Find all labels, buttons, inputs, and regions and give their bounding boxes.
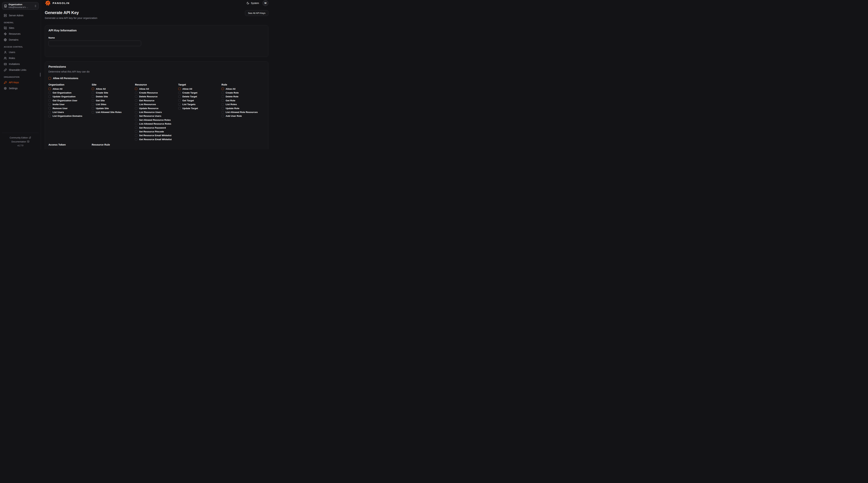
checkbox[interactable] — [135, 99, 137, 102]
checkbox-label[interactable]: List Resources — [139, 103, 156, 106]
checkbox-label[interactable]: Get Resource — [139, 99, 154, 102]
checkbox[interactable] — [178, 99, 181, 102]
checkbox[interactable] — [135, 134, 137, 137]
checkbox[interactable] — [221, 115, 224, 117]
checkbox[interactable] — [135, 138, 137, 140]
checkbox[interactable] — [49, 115, 51, 117]
sidebar-scrollbar-thumb[interactable] — [40, 73, 41, 77]
checkbox[interactable] — [92, 107, 94, 109]
checkbox[interactable] — [221, 107, 224, 109]
checkbox-label[interactable]: Update Role — [226, 107, 239, 110]
checkbox[interactable] — [49, 111, 51, 114]
checkbox-label[interactable]: Get Site — [96, 99, 105, 102]
sidebar-item-roles[interactable]: Roles — [2, 55, 39, 61]
checkbox[interactable] — [92, 92, 94, 94]
sidebar-item-shareable-links[interactable]: Shareable Links — [2, 67, 39, 73]
checkbox-label[interactable]: List Targets — [182, 103, 196, 106]
sidebar-item-users[interactable]: Users — [2, 49, 39, 55]
checkbox[interactable] — [135, 107, 137, 109]
checkbox-label[interactable]: Add User Role — [226, 115, 242, 117]
checkbox-label[interactable]: Get Role — [226, 99, 236, 102]
checkbox-label[interactable]: List Roles — [226, 103, 237, 106]
checkbox[interactable] — [92, 88, 94, 90]
checkbox-label[interactable]: Delete Role — [226, 95, 239, 98]
checkbox-label[interactable]: List Allowed Resource Roles — [139, 123, 171, 125]
checkbox-label[interactable]: Create Site — [96, 91, 108, 94]
checkbox[interactable] — [135, 115, 137, 117]
checkbox[interactable] — [221, 88, 224, 90]
checkbox-label[interactable]: List Organization Domains — [53, 115, 82, 117]
checkbox-label[interactable]: Allow All — [96, 88, 106, 90]
theme-toggle[interactable]: System — [247, 2, 259, 4]
checkbox[interactable] — [135, 123, 137, 125]
checkbox-label[interactable]: Delete Resource — [139, 95, 157, 98]
checkbox-label[interactable]: List Allowed Site Roles — [96, 111, 122, 114]
checkbox[interactable] — [49, 92, 51, 94]
checkbox-label[interactable]: Allow All — [53, 88, 62, 90]
checkbox[interactable] — [135, 95, 137, 98]
sidebar-item-resources[interactable]: Resources — [2, 31, 39, 37]
checkbox[interactable] — [221, 95, 224, 98]
sidebar-item-settings[interactable]: Settings — [2, 85, 39, 91]
checkbox-label[interactable]: Get Target — [182, 99, 194, 102]
checkbox[interactable] — [49, 99, 51, 102]
checkbox-label[interactable]: Create Target — [182, 91, 197, 94]
checkbox[interactable] — [49, 107, 51, 109]
checkbox[interactable] — [178, 107, 181, 109]
checkbox[interactable] — [92, 111, 94, 114]
checkbox[interactable] — [49, 103, 51, 106]
checkbox-label[interactable]: List Users — [53, 111, 64, 114]
checkbox-label[interactable]: Set Allowed Resource Roles — [139, 119, 170, 121]
sidebar-item-sites[interactable]: Sites — [2, 25, 39, 31]
checkbox[interactable] — [135, 88, 137, 90]
checkbox[interactable] — [135, 126, 137, 129]
checkbox-label[interactable]: Get Organization — [53, 91, 71, 94]
checkbox[interactable] — [49, 88, 51, 90]
allow-all-permissions-label[interactable]: Allow All Permissions — [53, 77, 78, 79]
sidebar-footer-link-documentation[interactable]: Documentation — [2, 140, 39, 143]
checkbox-label[interactable]: Allow All — [226, 88, 236, 90]
checkbox[interactable] — [92, 103, 94, 106]
checkbox-label[interactable]: Update Resource — [139, 107, 158, 110]
checkbox-label[interactable]: Get Resource Email Whitelist — [139, 138, 172, 141]
checkbox-label[interactable]: Create Resource — [139, 91, 158, 94]
checkbox-label[interactable]: Create Role — [226, 91, 239, 94]
checkbox-label[interactable]: List Sites — [96, 103, 106, 106]
checkbox-label[interactable]: Invite User — [53, 103, 65, 106]
checkbox-label[interactable]: Set Resource Email Whitelist — [139, 134, 172, 137]
checkbox-label[interactable]: Set Resource Password — [139, 126, 166, 129]
checkbox[interactable] — [135, 92, 137, 94]
checkbox-label[interactable]: List Allowed Role Resources — [226, 111, 258, 114]
checkbox[interactable] — [221, 111, 224, 114]
checkbox[interactable] — [221, 99, 224, 102]
checkbox[interactable] — [135, 119, 137, 121]
allow-all-permissions-checkbox[interactable] — [49, 77, 51, 79]
checkbox-label[interactable]: Delete Target — [182, 95, 197, 98]
checkbox-label[interactable]: Update Target — [182, 107, 198, 110]
sidebar-item-server-admin[interactable]: Server Admin — [2, 12, 39, 19]
checkbox[interactable] — [135, 103, 137, 106]
checkbox[interactable] — [178, 103, 181, 106]
sidebar-item-api-keys[interactable]: API Keys — [2, 79, 39, 85]
checkbox-label[interactable]: Get Organization User — [53, 99, 78, 102]
checkbox-label[interactable]: Delete Site — [96, 95, 108, 98]
checkbox-label[interactable]: Update Organization — [53, 95, 75, 98]
see-all-api-keys-button[interactable]: See All API Keys — [245, 10, 268, 16]
checkbox-label[interactable]: Set Resource Pincode — [139, 130, 164, 133]
checkbox[interactable] — [135, 130, 137, 133]
checkbox-label[interactable]: Allow All — [139, 88, 149, 90]
checkbox[interactable] — [178, 88, 181, 90]
checkbox[interactable] — [221, 103, 224, 106]
checkbox[interactable] — [92, 99, 94, 102]
checkbox[interactable] — [178, 95, 181, 98]
checkbox-label[interactable]: Remove User — [53, 107, 67, 110]
checkbox[interactable] — [92, 95, 94, 98]
sidebar-footer-link-community-edition[interactable]: Community Edition — [2, 136, 39, 140]
checkbox[interactable] — [178, 92, 181, 94]
sidebar-item-invitations[interactable]: Invitations — [2, 61, 39, 67]
avatar[interactable]: M — [262, 0, 268, 6]
api-key-name-input[interactable] — [49, 41, 141, 46]
checkbox-label[interactable]: Update Site — [96, 107, 109, 110]
checkbox-label[interactable]: Set Resource Users — [139, 115, 161, 117]
sidebar-item-domains[interactable]: Domains — [2, 37, 39, 43]
